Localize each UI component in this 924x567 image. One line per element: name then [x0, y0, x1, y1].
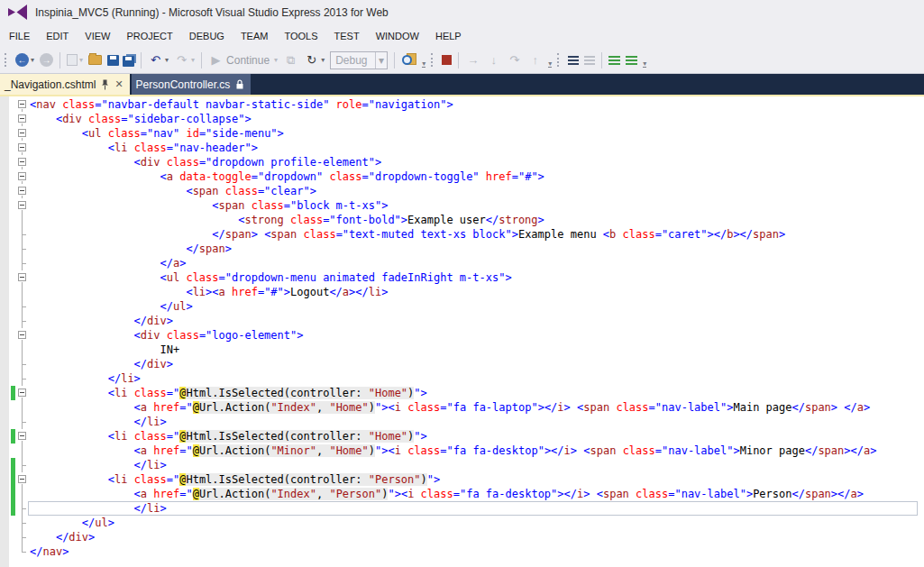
code-line[interactable]: <ul class="dropdown-menu animated fadeIn…	[0, 270, 924, 285]
menu-item-file[interactable]: FILE	[1, 27, 38, 45]
fold-collapse-marker[interactable]	[18, 331, 26, 339]
menu-item-view[interactable]: VIEW	[77, 27, 118, 45]
menu-item-test[interactable]: TEST	[326, 27, 368, 45]
fold-collapse-marker[interactable]	[18, 114, 26, 123]
menu-item-team[interactable]: TEAM	[233, 27, 277, 45]
code-line[interactable]: <a href="@Url.Action("Minor", "Home")"><…	[0, 444, 924, 458]
decrease-indent-button[interactable]	[607, 50, 622, 70]
open-file-button[interactable]	[87, 50, 104, 70]
fold-collapse-marker[interactable]	[18, 432, 26, 440]
toolbar-overflow-button[interactable]: ▾	[548, 60, 552, 68]
toolbar-grip-handle[interactable]	[557, 53, 562, 67]
menu-item-edit[interactable]: EDIT	[38, 27, 77, 45]
code-line[interactable]: </a>	[0, 256, 924, 270]
navigate-forward-button[interactable]: →	[38, 50, 55, 70]
code-line[interactable]: </span> <span class="text-muted text-xs …	[0, 227, 924, 242]
code-line[interactable]: </nav>	[0, 544, 924, 559]
redo-button[interactable]: ↷▾	[172, 50, 197, 70]
code-line[interactable]: </li>	[0, 415, 924, 429]
step-into-button[interactable]: ↓	[484, 50, 503, 70]
code-text: </div>	[30, 530, 95, 544]
save-all-button[interactable]	[123, 50, 136, 70]
show-next-statement-button[interactable]: →	[463, 50, 482, 70]
break-all-button[interactable]: ⧉	[281, 50, 300, 70]
code-line[interactable]: <div class="sidebar-collapse">	[0, 112, 924, 126]
code-token: class	[290, 214, 323, 226]
tab-personcontroller-cs[interactable]: PersonController.cs	[132, 74, 252, 95]
uncomment-icon	[584, 56, 595, 65]
code-line[interactable]: <span class="clear">	[0, 184, 924, 198]
code-line[interactable]: <a href="@Url.Action("Index", "Home")"><…	[0, 400, 924, 415]
fold-collapse-marker[interactable]	[18, 475, 26, 483]
code-line[interactable]: <div class="logo-element">	[0, 328, 924, 343]
menu-item-tools[interactable]: TOOLS	[276, 27, 325, 45]
menu-item-debug[interactable]: DEBUG	[181, 27, 233, 45]
close-icon[interactable]: ✕	[114, 79, 123, 89]
fold-collapse-marker[interactable]	[18, 158, 26, 166]
debug-target-dropdown[interactable]: Debug▾	[330, 51, 388, 69]
fold-collapse-marker[interactable]	[18, 201, 26, 209]
fold-collapse-marker[interactable]	[18, 143, 26, 151]
code-line[interactable]: <ul class="nav" id="side-menu">	[0, 126, 924, 141]
code-line[interactable]: </div>	[0, 357, 924, 371]
menu-item-help[interactable]: HELP	[427, 27, 470, 45]
fold-collapse-marker[interactable]	[18, 187, 26, 195]
stop-debugging-button[interactable]	[440, 50, 453, 70]
step-over-button[interactable]: ↷	[505, 50, 524, 70]
code-line[interactable]: </span>	[0, 242, 924, 256]
undo-button[interactable]: ↶▾	[146, 50, 170, 70]
fold-collapse-marker[interactable]	[18, 273, 26, 281]
code-line[interactable]: IN+	[0, 343, 924, 357]
code-line[interactable]: <a href="@Url.Action("Index", "Person")"…	[0, 487, 924, 501]
code-token: i	[395, 401, 401, 414]
menu-item-window[interactable]: WINDOW	[368, 27, 427, 45]
save-button[interactable]	[105, 50, 121, 70]
fold-collapse-marker[interactable]	[18, 172, 26, 180]
code-line[interactable]: </li>	[0, 501, 924, 516]
find-in-files-button[interactable]	[399, 50, 418, 70]
continue-button[interactable]: ▶Continue▾	[206, 50, 279, 70]
code-line[interactable]: <strong class="font-bold">Example user</…	[0, 213, 924, 227]
toolbar-grip-handle[interactable]	[431, 53, 435, 67]
code-line[interactable]: <li><a href="#">Logout</a></li>	[0, 285, 924, 299]
code-token: )	[369, 401, 375, 414]
code-editor[interactable]: <nav class="navbar-default navbar-static…	[0, 96, 924, 567]
restart-button[interactable]: ↻▾	[302, 50, 326, 70]
code-line[interactable]: <li class="@Html.IsSelected(controller: …	[0, 472, 924, 487]
chevron-down-icon: ▾	[31, 56, 34, 64]
code-line[interactable]: </ul>	[0, 516, 924, 530]
fold-collapse-marker[interactable]	[18, 389, 26, 397]
code-token: class	[623, 444, 655, 457]
code-line[interactable]: </div>	[0, 314, 924, 328]
toolbar-overflow-button[interactable]: ▾	[643, 60, 646, 68]
outline-region-end	[22, 465, 26, 466]
increase-indent-button[interactable]	[624, 50, 639, 70]
toolbar-grip-handle[interactable]	[5, 53, 9, 67]
toolbar-overflow-button[interactable]: ▾	[422, 60, 425, 68]
fold-collapse-marker[interactable]	[18, 100, 26, 108]
code-line[interactable]: <li class="nav-header">	[0, 141, 924, 155]
code-line[interactable]: <li class="@Html.IsSelected(controller: …	[0, 429, 924, 444]
comment-selection-button[interactable]	[566, 50, 581, 70]
add-new-item-button[interactable]: ▾	[65, 50, 85, 70]
code-line[interactable]: <li class="@Html.IsSelected(controller: …	[0, 386, 924, 400]
tab-navigation-cshtml[interactable]: _Navigation.cshtml ✕	[0, 74, 130, 95]
menu-item-project[interactable]: PROJECT	[118, 27, 180, 45]
pin-icon[interactable]	[101, 79, 109, 90]
code-token: </	[212, 228, 224, 241]
outline-region-end	[22, 321, 26, 322]
step-out-button[interactable]: ↑	[526, 50, 544, 70]
code-line[interactable]: <a data-toggle="dropdown" class="dropdow…	[0, 169, 924, 184]
code-token	[30, 502, 134, 515]
code-line[interactable]: </ul>	[0, 299, 924, 314]
navigate-backward-button[interactable]: ←▾	[14, 50, 36, 70]
code-line[interactable]: </li>	[0, 458, 924, 472]
code-line[interactable]: </li>	[0, 371, 924, 386]
code-line[interactable]: <div class="dropdown profile-element">	[0, 155, 924, 169]
code-line[interactable]: </div>	[0, 530, 924, 544]
code-line[interactable]: <span class="block m-t-xs">	[0, 198, 924, 213]
code-line[interactable]: <nav class="navbar-default navbar-static…	[0, 97, 924, 112]
code-token: ="fa fa-desktop"></	[440, 444, 563, 457]
fold-collapse-marker[interactable]	[18, 129, 26, 137]
uncomment-selection-button[interactable]	[582, 50, 597, 70]
